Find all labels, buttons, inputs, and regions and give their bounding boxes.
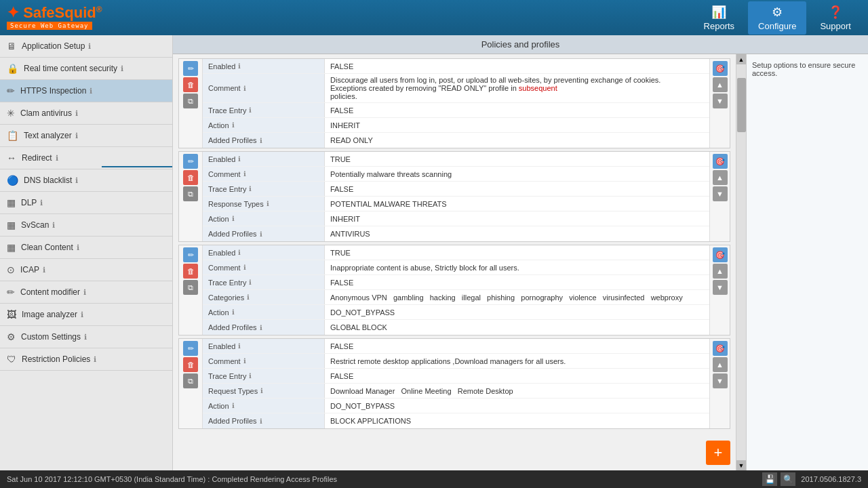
logo-subtitle: Secure Web Gateway: [7, 22, 92, 30]
scroll-up-btn-1[interactable]: ▲: [713, 77, 728, 92]
sidebar-item-svscan[interactable]: ▦ SvScan ℹ: [0, 214, 172, 237]
scroll-controls-4: 🎯 ▲ ▼: [709, 339, 730, 428]
value-trace-4: FALSE: [325, 369, 709, 383]
info-profiles-1: ℹ: [260, 137, 262, 144]
sidebar-item-restriction-policies[interactable]: 🛡 Restriction Policies ℹ: [0, 348, 172, 371]
info-enabled-1: ℹ: [238, 62, 241, 70]
info-trace-2: ℹ: [249, 185, 252, 192]
policy-row-1: ✏ 🗑 ⧉ Enabled ℹ FALSE Comment ℹ: [179, 59, 730, 148]
scroll-target-btn-3[interactable]: 🎯: [713, 247, 728, 262]
info-comment-1: ℹ: [243, 85, 246, 92]
field-row-comment-2: Comment ℹ Potentially malware threats sc…: [203, 167, 709, 182]
sidebar-item-label-redirect: Redirect: [22, 153, 52, 163]
nav-support[interactable]: ❓ Support: [810, 1, 861, 35]
scroll-down-btn-1[interactable]: ▼: [713, 94, 728, 108]
scroll-down-track[interactable]: ▼: [736, 460, 746, 470]
field-row-comment-3: Comment ℹ Inappropriate content is abuse…: [203, 260, 709, 275]
value-comment-3: Inappropriate content is abuse, Strictly…: [325, 260, 709, 274]
scroll-controls-1: 🎯 ▲ ▼: [709, 59, 730, 148]
delete-button-2[interactable]: 🗑: [183, 170, 198, 185]
edit-button-1[interactable]: ✏: [183, 61, 198, 76]
sidebar-item-label-clam: Clam antivirus: [20, 108, 72, 118]
label-trace-4: Trace Entry ℹ: [203, 369, 325, 383]
sidebar-item-custom-settings[interactable]: ⚙ Custom Settings ℹ: [0, 326, 172, 348]
scroll-down-btn-2[interactable]: ▼: [713, 186, 728, 201]
policies-area[interactable]: ✏ 🗑 ⧉ Enabled ℹ FALSE Comment ℹ: [173, 54, 736, 470]
content-modifier-icon: ✏: [7, 287, 15, 298]
sidebar-item-content-modifier[interactable]: ✏ Content modifier ℹ: [0, 281, 172, 304]
main-scrollbar[interactable]: ▲ ▼: [736, 54, 746, 470]
value-profiles-4: BLOCK APPLICATIONS: [325, 413, 709, 428]
policy-fields-2: Enabled ℹ TRUE Comment ℹ Potentially mal…: [203, 152, 709, 241]
status-bar: Sat Jun 10 2017 12:12:10 GMT+0530 (India…: [0, 470, 868, 488]
delete-button-1[interactable]: 🗑: [183, 77, 198, 92]
value-request-4: Download Manager Online Meeting Remote D…: [325, 384, 709, 398]
sidebar-item-icap[interactable]: ⊙ ICAP ℹ: [0, 259, 172, 281]
add-policy-button[interactable]: +: [706, 441, 730, 465]
label-action-2: Action ℹ: [203, 211, 325, 226]
sidebar-item-realtime-content[interactable]: 🔒 Real time content security ℹ: [0, 58, 172, 80]
policy-row-2: ✏ 🗑 ⧉ Enabled ℹ TRUE Comment ℹ Poten: [179, 152, 730, 241]
label-comment-4: Comment ℹ: [203, 354, 325, 368]
text-analyzer-icon: 📋: [7, 130, 18, 141]
nav-reports[interactable]: 📊 Reports: [694, 1, 745, 35]
value-action-1: INHERIT: [325, 118, 709, 132]
value-enabled-4: FALSE: [325, 339, 709, 353]
sidebar-item-clean-content[interactable]: ▦ Clean Content ℹ: [0, 237, 172, 259]
delete-button-4[interactable]: 🗑: [183, 357, 198, 372]
scroll-up-track[interactable]: ▲: [736, 54, 746, 64]
info-icon-https: ℹ: [90, 87, 92, 96]
edit-button-3[interactable]: ✏: [183, 247, 198, 262]
scroll-down-btn-4[interactable]: ▼: [713, 373, 728, 388]
copy-button-4[interactable]: ⧉: [183, 373, 198, 388]
edit-button-4[interactable]: ✏: [183, 341, 198, 356]
info-trace-4: ℹ: [249, 372, 252, 380]
label-enabled-3: Enabled ℹ: [203, 245, 325, 260]
sidebar-item-dlp[interactable]: ▦ DLP ℹ: [0, 192, 172, 214]
value-action-4: DO_NOT_BYPASS: [325, 399, 709, 413]
delete-button-3[interactable]: 🗑: [183, 264, 198, 279]
scroll-up-btn-2[interactable]: ▲: [713, 170, 728, 185]
field-row-enabled-2: Enabled ℹ TRUE: [203, 152, 709, 167]
field-row-enabled-4: Enabled ℹ FALSE: [203, 339, 709, 354]
field-row-response-2: Response Types ℹ POTENTIAL MALWARE THREA…: [203, 197, 709, 211]
scroll-target-btn-1[interactable]: 🎯: [713, 61, 728, 76]
edit-button-2[interactable]: ✏: [183, 154, 198, 169]
sidebar-item-application-setup[interactable]: 🖥 Application Setup ℹ: [0, 35, 172, 58]
scroll-up-btn-3[interactable]: ▲: [713, 264, 728, 279]
sidebar-item-text-analyzer[interactable]: 📋 Text analyzer ℹ: [0, 125, 172, 147]
scroll-target-btn-2[interactable]: 🎯: [713, 154, 728, 169]
sidebar-item-https-inspection[interactable]: ✏ HTTPS Inspection ℹ: [0, 80, 172, 102]
field-row-profiles-3: Added Profiles ℹ GLOBAL BLOCK: [203, 320, 709, 335]
field-row-categories-3: Categories ℹ Anonymous VPN gambling hack…: [203, 290, 709, 305]
field-row-action-1: Action ℹ INHERIT: [203, 118, 709, 133]
dns-blacklist-icon: 🔵: [7, 175, 18, 186]
copy-button-2[interactable]: ⧉: [183, 186, 198, 201]
info-profiles-4: ℹ: [260, 418, 262, 425]
search-icon-btn[interactable]: 🔍: [781, 472, 795, 486]
sidebar-item-label-dlp: DLP: [21, 198, 37, 207]
scroll-down-btn-3[interactable]: ▼: [713, 280, 728, 295]
sidebar-item-label-restriction-policies: Restriction Policies: [22, 354, 90, 364]
copy-button-3[interactable]: ⧉: [183, 280, 198, 295]
policy-block-2: ✏ 🗑 ⧉ Enabled ℹ TRUE Comment ℹ Poten: [178, 151, 730, 242]
nav-configure[interactable]: ⚙ Configure: [748, 1, 806, 35]
image-analyzer-icon: 🖼: [7, 309, 16, 320]
sidebar-item-label-dns: DNS blacklist: [24, 176, 72, 185]
scrollbar-thumb[interactable]: [737, 78, 746, 132]
restriction-policies-icon: 🛡: [7, 354, 16, 365]
sidebar-item-clam-antivirus[interactable]: ✳ Clam antivirus ℹ: [0, 102, 172, 125]
field-row-action-2: Action ℹ INHERIT: [203, 211, 709, 226]
label-profiles-1: Added Profiles ℹ: [203, 133, 325, 148]
copy-button-1[interactable]: ⧉: [183, 94, 198, 108]
policy-row-3: ✏ 🗑 ⧉ Enabled ℹ TRUE Comment ℹ Inapp: [179, 245, 730, 335]
sidebar-item-dns-blacklist[interactable]: 🔵 DNS blacklist ℹ: [0, 169, 172, 192]
save-icon-btn[interactable]: 💾: [762, 472, 777, 486]
support-icon: ❓: [828, 5, 843, 20]
sidebar-item-image-analyzer[interactable]: 🖼 Image analyzer ℹ: [0, 304, 172, 326]
policy-block-3: ✏ 🗑 ⧉ Enabled ℹ TRUE Comment ℹ Inapp: [178, 245, 730, 336]
label-comment-3: Comment ℹ: [203, 260, 325, 274]
scroll-up-btn-4[interactable]: ▲: [713, 357, 728, 372]
scroll-target-btn-4[interactable]: 🎯: [713, 341, 728, 356]
header-nav: 📊 Reports ⚙ Configure ❓ Support: [694, 1, 861, 35]
